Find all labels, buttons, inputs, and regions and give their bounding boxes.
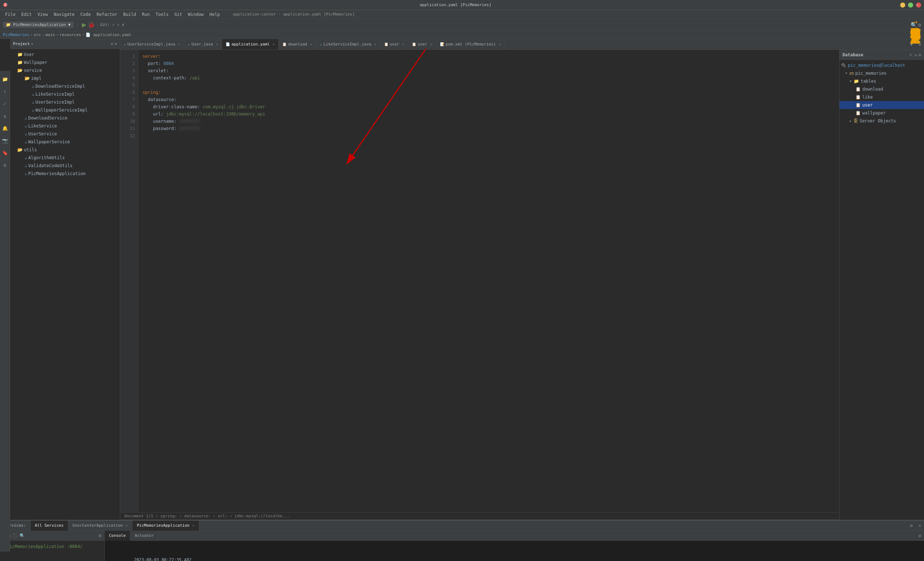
- menu-build[interactable]: Build: [121, 11, 138, 18]
- tab-download[interactable]: 📋 download ✕: [279, 39, 316, 50]
- menu-refactor[interactable]: Refactor: [94, 11, 120, 18]
- tab-user2[interactable]: 📋 user ✕: [408, 39, 436, 50]
- actuator-tab[interactable]: Actuator: [130, 531, 159, 541]
- services-pic-memories-tab[interactable]: PicMemoriesApplication ✕: [132, 520, 199, 531]
- maximize-btn[interactable]: □: [908, 3, 913, 8]
- resources-crumb[interactable]: resources: [60, 33, 81, 37]
- tree-like-service[interactable]: ☕ LikeService: [10, 122, 120, 130]
- settings-btn[interactable]: ⚙: [918, 22, 921, 28]
- tab-close-pm[interactable]: ✕: [192, 524, 195, 527]
- db-connection[interactable]: 🔌 pic_memories@localhost: [840, 62, 924, 69]
- tab-user-java[interactable]: ☕ User.java ✕: [184, 39, 222, 50]
- services-expand-btn[interactable]: ⊞: [99, 533, 101, 538]
- db-add-btn[interactable]: ＋: [908, 52, 913, 58]
- bookmark-icon[interactable]: 🔖: [0, 147, 10, 158]
- console-output[interactable]: 2023-08-03 08:27:35.482 ERROR 14164 --- …: [105, 541, 924, 561]
- services-pic-memories-app[interactable]: ▶ PicMemoriesApplication :8084/: [0, 542, 104, 551]
- menu-edit[interactable]: Edit: [19, 11, 34, 18]
- db-user-table[interactable]: 📋 user: [840, 101, 924, 109]
- tree-user-service[interactable]: ☕ UserService: [10, 130, 120, 138]
- tab-close-btn4[interactable]: ✕: [310, 42, 312, 46]
- services-stop-btn[interactable]: ⬛: [13, 533, 18, 538]
- tab-close-btn6[interactable]: ✕: [402, 42, 404, 46]
- tab-close-btn7[interactable]: ✕: [430, 42, 432, 46]
- pull-requests-icon[interactable]: ⇅: [0, 111, 10, 121]
- tree-like-impl[interactable]: ☕ LikeServiceImpl: [10, 90, 120, 98]
- db-pic-memories[interactable]: ▼ 🗃 pic_memories: [840, 69, 924, 77]
- main-crumb[interactable]: main: [45, 33, 55, 37]
- project-selector[interactable]: 📁 PicMemoriesApplication ▼: [3, 22, 74, 28]
- db-wallpaper-table[interactable]: 📋 wallpaper: [840, 109, 924, 117]
- console-tab[interactable]: Console: [105, 531, 130, 541]
- camera-icon[interactable]: 📷: [0, 135, 10, 146]
- structure-icon[interactable]: ⚙: [0, 160, 10, 170]
- project-icon[interactable]: 📁: [0, 74, 10, 84]
- console-tabs: Console Actuator ⚙: [105, 531, 924, 541]
- tree-main-app[interactable]: ☕ PicMemoriesApplication: [10, 170, 120, 178]
- tab-close-btn[interactable]: ✕: [178, 42, 180, 46]
- tree-wallpaper[interactable]: 📁 Wallpaper: [10, 58, 120, 66]
- tab-close-btn3[interactable]: ✕: [273, 42, 274, 46]
- menu-help[interactable]: Help: [207, 11, 222, 18]
- search-everywhere-btn[interactable]: 🔍: [910, 22, 917, 28]
- menu-window[interactable]: Window: [186, 11, 206, 18]
- tab-like-service-impl[interactable]: ☕ LikeServiceImpl.java ✕: [316, 39, 380, 50]
- menu-navigate[interactable]: Navigate: [52, 11, 77, 18]
- tab-close-btn8[interactable]: ✕: [499, 42, 501, 46]
- code-content[interactable]: server: port: 8084 servlet: context-path…: [138, 50, 839, 512]
- tab-close-uc[interactable]: ✕: [126, 524, 128, 527]
- menu-git[interactable]: Git: [172, 11, 184, 18]
- tree-user[interactable]: 📁 User: [10, 51, 120, 58]
- close-btn[interactable]: ✕: [916, 3, 921, 8]
- project-panel-header: Project ▼ ⚙ ≡: [10, 39, 120, 49]
- run-button[interactable]: ▶: [82, 21, 86, 28]
- tree-download-impl[interactable]: ☕ DownloadServiceImpl: [10, 82, 120, 90]
- tab-user1[interactable]: 📋 user ✕: [380, 39, 409, 50]
- src-crumb[interactable]: src: [34, 33, 41, 37]
- tree-wallpaper-impl[interactable]: ☕ WallpaperServiceImpl: [10, 106, 120, 114]
- services-all-tab[interactable]: All Services: [31, 520, 68, 531]
- db-like-table[interactable]: 📋 like: [840, 93, 924, 101]
- tree-wallpaper-service[interactable]: ☕ WallpaperService: [10, 138, 120, 146]
- commit-icon[interactable]: ↑: [0, 86, 10, 97]
- tree-service[interactable]: 📂 service: [10, 66, 120, 74]
- db-settings-btn[interactable]: ⚙: [919, 52, 921, 57]
- menu-file[interactable]: File: [3, 11, 18, 18]
- tab-overflow-btn[interactable]: ▼: [908, 42, 916, 47]
- project-settings-btn[interactable]: ⚙: [111, 42, 113, 46]
- tab-user-service-impl[interactable]: ☕ UserServiceImpl.java ✕: [120, 39, 184, 50]
- project-crumb[interactable]: PicMemories: [3, 33, 29, 37]
- tab-close-btn2[interactable]: ✕: [216, 42, 218, 46]
- console-settings-btn[interactable]: ⚙: [916, 533, 924, 538]
- tab-pom[interactable]: 📝 pom.xml (PicMemories) ✕: [436, 39, 505, 50]
- todo-icon[interactable]: ✓: [0, 98, 10, 109]
- tab-menu-btn[interactable]: ≡: [916, 42, 924, 47]
- db-server-objects[interactable]: ▶ 🗄 Server Objects: [840, 117, 924, 125]
- tree-utils[interactable]: 📂 utils: [10, 146, 120, 154]
- file-crumb[interactable]: 📄 application.yaml: [86, 33, 131, 37]
- tree-impl[interactable]: 📂 impl: [10, 74, 120, 82]
- log-line-empty1: [109, 544, 920, 550]
- debug-button[interactable]: 🐞: [88, 21, 95, 28]
- menu-code[interactable]: Code: [78, 11, 93, 18]
- menu-run[interactable]: Run: [140, 11, 152, 18]
- code-editor[interactable]: 1 2 3 4 5 6 7 8 9 10 11 12 server:: [120, 50, 839, 520]
- project-menu-btn[interactable]: ≡: [114, 42, 117, 46]
- tree-download-service[interactable]: ☕ DownloadService: [10, 114, 120, 122]
- db-tables-folder[interactable]: ▼ 📁 tables: [840, 77, 924, 85]
- tree-user-impl[interactable]: ☕ UserServiceImpl: [10, 98, 120, 106]
- db-download-table[interactable]: 📋 download: [840, 85, 924, 93]
- menu-tools[interactable]: Tools: [153, 11, 171, 18]
- tab-close-btn5[interactable]: ✕: [374, 42, 376, 46]
- services-filter-btn[interactable]: 🔍: [20, 533, 25, 538]
- menu-view[interactable]: View: [35, 11, 50, 18]
- services-close-btn[interactable]: ✕: [916, 523, 924, 528]
- minimize-btn[interactable]: ─: [900, 3, 905, 8]
- db-refresh-btn[interactable]: ↻: [915, 52, 917, 57]
- services-settings-btn[interactable]: ⚙: [908, 523, 916, 528]
- services-user-center-tab[interactable]: UserCenterApplication ✕: [68, 520, 132, 531]
- tree-algorithm-utils[interactable]: ☕ AlgorithmUtils: [10, 154, 120, 162]
- tab-application-yaml[interactable]: 📄 application.yaml ✕: [222, 39, 279, 50]
- notifications-icon[interactable]: 🔔: [0, 123, 10, 134]
- tree-validate-utils[interactable]: ☕ ValidateCodeUtils: [10, 162, 120, 170]
